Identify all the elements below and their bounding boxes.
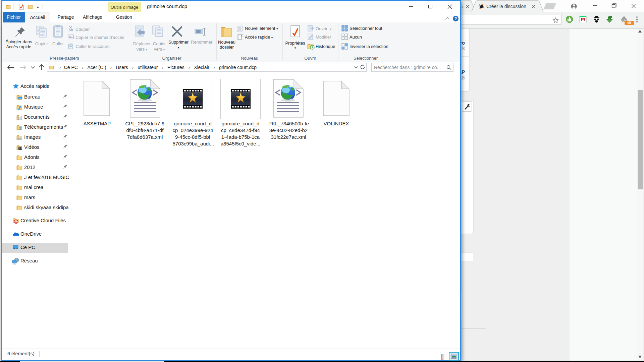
svg-text:W: W <box>68 35 71 39</box>
svg-text:n: n <box>461 4 463 9</box>
svg-text:Créer la discussion: Créer la discussion <box>486 4 526 9</box>
